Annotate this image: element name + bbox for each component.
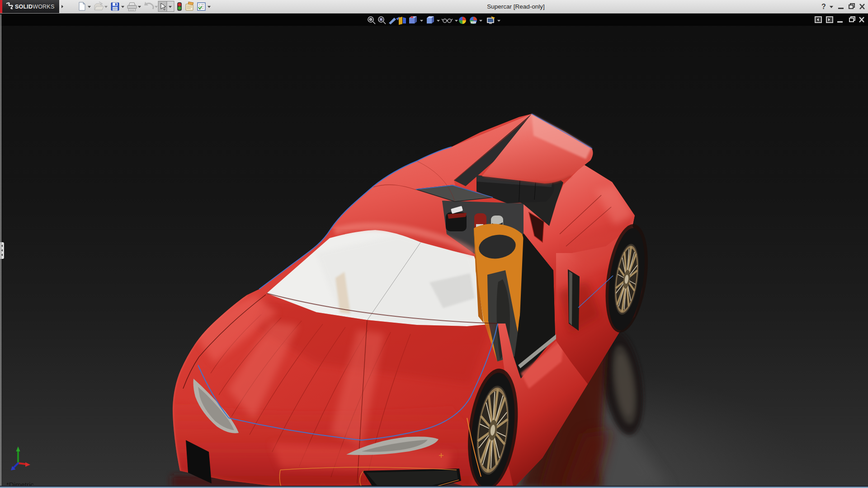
svg-text:?: ? bbox=[821, 3, 826, 10]
